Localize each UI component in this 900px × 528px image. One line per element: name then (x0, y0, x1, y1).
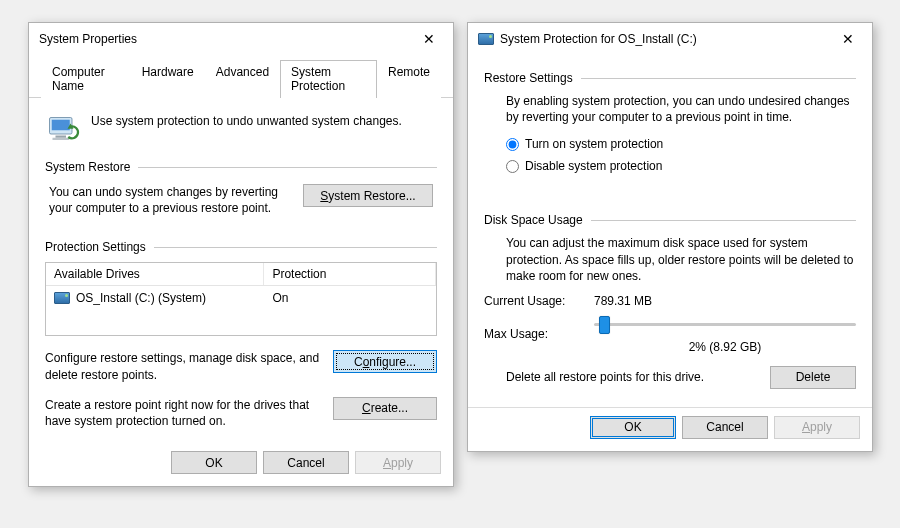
radio-turn-on-input[interactable] (506, 138, 519, 151)
radio-turn-on-label: Turn on system protection (525, 137, 663, 151)
window-title: System Protection for OS_Install (C:) (500, 32, 832, 46)
column-header-protection[interactable]: Protection (264, 263, 436, 285)
svg-rect-1 (52, 120, 70, 131)
create-description: Create a restore point right now for the… (45, 397, 333, 429)
create-button[interactable]: Create... (333, 397, 437, 420)
tab-system-protection[interactable]: System Protection (280, 60, 377, 98)
tab-advanced[interactable]: Advanced (205, 60, 280, 98)
svg-rect-2 (56, 136, 67, 138)
disk-space-intro: You can adjust the maximum disk space us… (506, 235, 856, 284)
delete-description: Delete all restore points for this drive… (506, 370, 770, 384)
tab-panel: Use system protection to undo unwanted s… (29, 98, 453, 443)
drive-protection-status: On (264, 289, 436, 307)
titlebar: System Properties ✕ (29, 23, 453, 53)
column-header-drives[interactable]: Available Drives (46, 263, 264, 285)
tab-hardware[interactable]: Hardware (131, 60, 205, 98)
drives-list[interactable]: Available Drives Protection OS_Install (… (45, 262, 437, 336)
tab-remote[interactable]: Remote (377, 60, 441, 98)
group-disk-space-label: Disk Space Usage (484, 213, 583, 227)
cancel-button[interactable]: Cancel (682, 416, 768, 439)
slider-thumb[interactable] (599, 316, 610, 334)
drive-name: OS_Install (C:) (System) (76, 291, 206, 305)
titlebar: System Protection for OS_Install (C:) ✕ (468, 23, 872, 53)
configure-description: Configure restore settings, manage disk … (45, 350, 333, 382)
system-protection-drive-dialog: System Protection for OS_Install (C:) ✕ … (467, 22, 873, 452)
table-row[interactable]: OS_Install (C:) (System) On (46, 286, 436, 310)
current-usage-value: 789.31 MB (594, 294, 652, 308)
intro-text: Use system protection to undo unwanted s… (91, 110, 402, 128)
close-icon[interactable]: ✕ (413, 29, 445, 49)
radio-disable-label: Disable system protection (525, 159, 662, 173)
tab-computer-name[interactable]: Computer Name (41, 60, 131, 98)
tabstrip: Computer Name Hardware Advanced System P… (29, 55, 453, 98)
system-restore-button[interactable]: System Restore... (303, 184, 433, 207)
radio-disable[interactable]: Disable system protection (506, 159, 856, 173)
apply-button[interactable]: Apply (774, 416, 860, 439)
radio-turn-on[interactable]: Turn on system protection (506, 137, 856, 151)
restore-settings-intro: By enabling system protection, you can u… (506, 93, 856, 125)
group-system-restore-label: System Restore (45, 160, 130, 174)
max-usage-slider[interactable] (594, 314, 856, 336)
dialog-body: Restore Settings By enabling system prot… (468, 53, 872, 397)
group-protection-settings-label: Protection Settings (45, 240, 146, 254)
ok-button[interactable]: OK (171, 451, 257, 474)
max-usage-label: Max Usage: (484, 327, 594, 341)
dialog-footer: OK Cancel Apply (29, 443, 453, 486)
max-usage-caption: 2% (8.92 GB) (594, 340, 856, 354)
dialog-footer: OK Cancel Apply (468, 408, 872, 451)
drive-icon (478, 31, 494, 47)
current-usage-label: Current Usage: (484, 294, 594, 308)
group-restore-settings-label: Restore Settings (484, 71, 573, 85)
system-protection-icon (45, 110, 81, 146)
drive-icon (54, 292, 70, 304)
system-restore-description: You can undo system changes by reverting… (49, 184, 303, 216)
cancel-button[interactable]: Cancel (263, 451, 349, 474)
svg-rect-3 (53, 138, 70, 140)
close-icon[interactable]: ✕ (832, 29, 864, 49)
radio-disable-input[interactable] (506, 160, 519, 173)
apply-button[interactable]: Apply (355, 451, 441, 474)
window-title: System Properties (39, 32, 413, 46)
configure-button[interactable]: Configure... (333, 350, 437, 373)
delete-button[interactable]: Delete (770, 366, 856, 389)
ok-button[interactable]: OK (590, 416, 676, 439)
system-properties-dialog: System Properties ✕ Computer Name Hardwa… (28, 22, 454, 487)
